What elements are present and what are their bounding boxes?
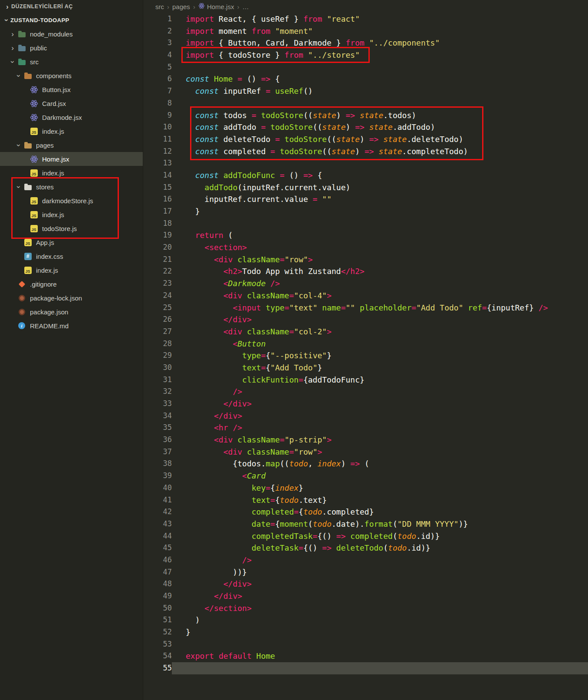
code-line[interactable]: 6const Home = () => { — [143, 73, 588, 85]
code-line[interactable]: 32 /> — [143, 386, 588, 398]
line-number[interactable]: 28 — [143, 338, 172, 350]
line-number[interactable]: 39 — [143, 470, 172, 482]
code-line[interactable]: 53 — [143, 638, 588, 650]
line-number[interactable]: 10 — [143, 121, 172, 133]
code-line[interactable]: 37 <div className="row"> — [143, 446, 588, 458]
code-line[interactable]: 15 addTodo(inputRef.current.value) — [143, 182, 588, 194]
breadcrumb-item-home-jsx[interactable]: Home.jsx — [198, 3, 234, 10]
tree-item-package-json[interactable]: package.json — [0, 305, 143, 319]
code-line[interactable]: 29 type={"--positive"} — [143, 350, 588, 362]
tree-item-app-js[interactable]: JSApp.js — [0, 235, 143, 249]
code-line[interactable]: 30 text={"Add Todo"} — [143, 362, 588, 374]
line-number[interactable]: 14 — [143, 169, 172, 182]
code-line[interactable]: 51 ) — [143, 614, 588, 626]
code-line[interactable]: 36 <div className="p-strip"> — [143, 434, 588, 446]
project-root-item[interactable]: › ZUSTAND-TODOAPP — [0, 13, 143, 27]
code-line[interactable]: 23 <Darkmode /> — [143, 277, 588, 290]
code-line[interactable]: 39 <Card — [143, 470, 588, 482]
tree-item-stores[interactable]: ›stores — [0, 180, 143, 194]
code-line[interactable]: 48 </div> — [143, 578, 588, 590]
line-number[interactable]: 12 — [143, 145, 172, 158]
code-line[interactable]: 10 const addTodo = todoStore((state) => … — [143, 121, 588, 133]
line-number[interactable]: 42 — [143, 506, 172, 518]
line-number[interactable]: 44 — [143, 530, 172, 542]
tree-item-index-js[interactable]: JSindex.js — [0, 166, 143, 180]
line-number[interactable]: 26 — [143, 314, 172, 326]
code-line[interactable]: 50 </section> — [143, 602, 588, 614]
code-line[interactable]: 44 completedTask={() => completed(todo.i… — [143, 530, 588, 542]
tree-item-button-jsx[interactable]: Button.jsx — [0, 83, 143, 96]
code-line[interactable]: 20 <section> — [143, 241, 588, 254]
code-line[interactable]: 38 {todos.map((todo, index) => ( — [143, 458, 588, 470]
line-number[interactable]: 23 — [143, 277, 172, 290]
code-line[interactable]: 1import React, { useRef } from "react" — [143, 13, 588, 25]
code-line[interactable]: 25 <input type="text" name="" placeholde… — [143, 302, 588, 314]
code-line[interactable]: 28 <Button — [143, 338, 588, 350]
line-number[interactable]: 15 — [143, 182, 172, 194]
line-number[interactable]: 36 — [143, 434, 172, 446]
code-line[interactable]: 9 const todos = todoStore((state) => sta… — [143, 109, 588, 122]
line-number[interactable]: 25 — [143, 302, 172, 314]
line-number[interactable]: 16 — [143, 193, 172, 205]
line-number[interactable]: 13 — [143, 157, 172, 169]
code-line[interactable]: 49 </div> — [143, 590, 588, 602]
code-line[interactable]: 12 const completed = todoStore((state) =… — [143, 145, 588, 158]
line-number[interactable]: 18 — [143, 218, 172, 230]
tree-item-package-lock-json[interactable]: package-lock.json — [0, 291, 143, 305]
tree-item-darkmode-jsx[interactable]: Darkmode.jsx — [0, 110, 143, 124]
line-number[interactable]: 7 — [143, 85, 172, 97]
tree-item-index-js[interactable]: JSindex.js — [0, 208, 143, 221]
line-number[interactable]: 22 — [143, 265, 172, 277]
code-line[interactable]: 31 clickFuntion={addTodoFunc} — [143, 374, 588, 386]
code-line[interactable]: 4import { todoStore } from "../stores" — [143, 49, 588, 61]
line-number[interactable]: 24 — [143, 290, 172, 302]
line-number[interactable]: 19 — [143, 229, 172, 241]
code-line[interactable]: 43 date={moment(todo.date).format("DD MM… — [143, 518, 588, 530]
line-number[interactable]: 1 — [143, 13, 172, 25]
line-number[interactable]: 31 — [143, 374, 172, 386]
line-number[interactable]: 6 — [143, 73, 172, 85]
code-line[interactable]: 42 completed={todo.completed} — [143, 506, 588, 518]
code-line[interactable]: 19 return ( — [143, 229, 588, 241]
code-line[interactable]: 55 — [143, 662, 588, 674]
code-line[interactable]: 8 — [143, 97, 588, 109]
line-number[interactable]: 52 — [143, 626, 172, 638]
code-line[interactable]: 47 ))} — [143, 566, 588, 578]
code-line[interactable]: 40 key={index} — [143, 482, 588, 494]
tree-item-index-css[interactable]: #index.css — [0, 249, 143, 263]
line-number[interactable]: 37 — [143, 446, 172, 458]
line-number[interactable]: 55 — [143, 662, 172, 674]
code-line[interactable]: 17 } — [143, 205, 588, 218]
tree-item-components[interactable]: ›components — [0, 69, 143, 83]
code-line[interactable]: 26 </div> — [143, 314, 588, 326]
tree-item-public[interactable]: ›public — [0, 41, 143, 55]
chevron-expanded-icon[interactable]: › — [15, 141, 23, 149]
line-number[interactable]: 27 — [143, 326, 172, 338]
line-number[interactable]: 35 — [143, 422, 172, 434]
line-number[interactable]: 9 — [143, 109, 172, 122]
code-line[interactable]: 16 inputRef.current.value = "" — [143, 193, 588, 205]
tree-item-card-jsx[interactable]: Card.jsx — [0, 96, 143, 110]
tree-item-pages[interactable]: ›pages — [0, 138, 143, 152]
tree-item-readme-md[interactable]: iREADME.md — [0, 319, 143, 333]
code-line[interactable]: 18 — [143, 218, 588, 230]
breadcrumb-item-more[interactable]: … — [242, 3, 249, 10]
line-number[interactable]: 5 — [143, 61, 172, 73]
tree-item-index-js[interactable]: JSindex.js — [0, 124, 143, 138]
chevron-expanded-icon[interactable]: › — [9, 58, 16, 66]
code-line[interactable]: 5 — [143, 61, 588, 73]
line-number[interactable]: 11 — [143, 133, 172, 145]
chevron-collapsed-icon[interactable]: › — [9, 44, 16, 52]
chevron-collapsed-icon[interactable]: › — [9, 30, 16, 38]
code-line[interactable]: 11 const deleteTodo = todoStore((state) … — [143, 133, 588, 145]
line-number[interactable]: 8 — [143, 97, 172, 109]
line-number[interactable]: 46 — [143, 554, 172, 566]
line-number[interactable]: 17 — [143, 205, 172, 218]
code-line[interactable]: 34 </div> — [143, 410, 588, 422]
line-number[interactable]: 41 — [143, 494, 172, 506]
code-line[interactable]: 33 </div> — [143, 398, 588, 410]
code-line[interactable]: 22 <h2>Todo App with Zustand</h2> — [143, 265, 588, 277]
chevron-expanded-icon[interactable]: › — [15, 183, 23, 191]
line-number[interactable]: 38 — [143, 458, 172, 470]
code-line[interactable]: 27 <div className="col-2"> — [143, 326, 588, 338]
